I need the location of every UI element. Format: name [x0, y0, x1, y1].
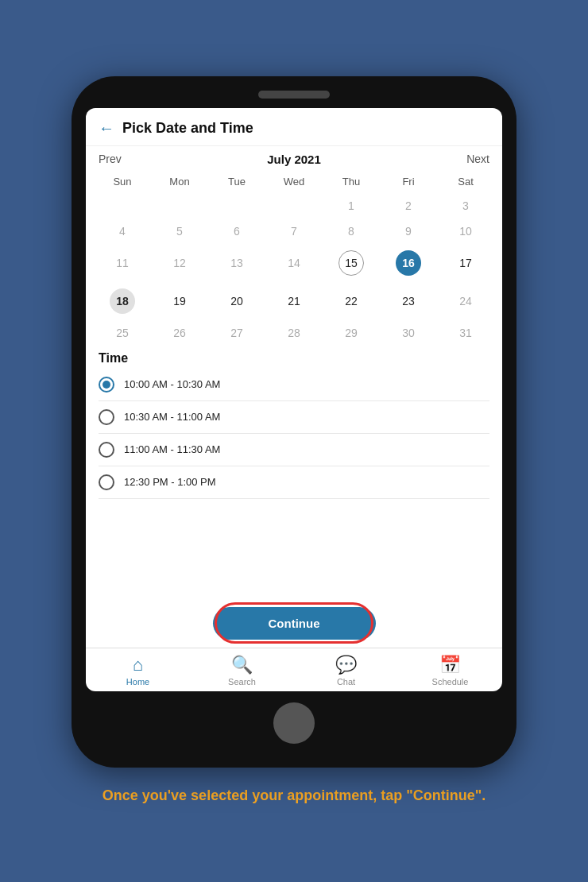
radio-button-3[interactable]	[99, 442, 114, 458]
radio-button-4[interactable]	[99, 474, 114, 490]
calendar-week-1: 1 2 3	[94, 194, 494, 218]
page-title: Pick Date and Time	[122, 120, 253, 137]
nav-schedule[interactable]: 📅 Schedule	[427, 655, 474, 687]
nav-search[interactable]: 🔍 Search	[219, 655, 266, 687]
calendar-week-5: 25 26 27 28 29 30 31	[94, 321, 494, 345]
cal-cell-6[interactable]: 6	[208, 219, 265, 243]
cal-cell-13[interactable]: 13	[208, 245, 265, 281]
cal-cell-23[interactable]: 23	[380, 283, 437, 319]
cal-cell-25[interactable]: 25	[94, 321, 151, 345]
cal-cell-21[interactable]: 21	[265, 283, 323, 319]
phone-screen: ← Pick Date and Time Prev July 2021 Next…	[86, 108, 502, 691]
cal-cell[interactable]	[94, 194, 151, 218]
cal-cell-8[interactable]: 8	[323, 219, 380, 243]
cal-cell-29[interactable]: 29	[323, 321, 380, 345]
continue-wrap: Continue	[86, 599, 502, 648]
day-thu: Thu	[323, 172, 380, 191]
time-slot-3[interactable]: 11:00 AM - 11:30 AM	[99, 434, 489, 466]
cal-cell-14[interactable]: 14	[265, 245, 323, 281]
time-text-3: 11:00 AM - 11:30 AM	[124, 443, 220, 455]
nav-chat-label: Chat	[337, 677, 355, 687]
time-text-4: 12:30 PM - 1:00 PM	[124, 476, 216, 488]
calendar-grid: Sun Mon Tue Wed Thu Fri Sat 1 2 3 4	[86, 172, 502, 346]
radio-button-1[interactable]	[99, 377, 114, 393]
calendar-day-names: Sun Mon Tue Wed Thu Fri Sat	[94, 172, 494, 191]
nav-schedule-label: Schedule	[432, 677, 469, 687]
screen-header: ← Pick Date and Time	[86, 108, 502, 146]
schedule-icon: 📅	[439, 655, 461, 675]
cal-cell[interactable]	[151, 194, 208, 218]
next-month-button[interactable]: Next	[466, 153, 489, 165]
cal-cell-4[interactable]: 4	[94, 219, 151, 243]
time-slot-4[interactable]: 12:30 PM - 1:00 PM	[99, 466, 489, 499]
day-sun: Sun	[94, 172, 151, 191]
cal-cell-20[interactable]: 20	[208, 283, 265, 319]
day-tue: Tue	[208, 172, 265, 191]
cal-cell-10[interactable]: 10	[437, 219, 494, 243]
day-sat: Sat	[437, 172, 494, 191]
phone-device: ← Pick Date and Time Prev July 2021 Next…	[72, 76, 516, 768]
nav-chat[interactable]: 💬 Chat	[323, 655, 370, 687]
nav-home-label: Home	[126, 677, 149, 687]
time-text-2: 10:30 AM - 11:00 AM	[124, 411, 220, 423]
cal-cell-7[interactable]: 7	[265, 219, 323, 243]
back-button[interactable]: ←	[99, 119, 114, 137]
cal-cell-9[interactable]: 9	[380, 219, 437, 243]
time-slot-1[interactable]: 10:00 AM - 10:30 AM	[99, 369, 489, 401]
cal-cell-17[interactable]: 17	[437, 245, 494, 281]
cal-cell-24[interactable]: 24	[437, 283, 494, 319]
cal-cell-3[interactable]: 3	[437, 194, 494, 218]
time-label: Time	[99, 351, 489, 366]
cal-cell-19[interactable]: 19	[151, 283, 208, 319]
cal-cell-12[interactable]: 12	[151, 245, 208, 281]
search-icon: 🔍	[231, 655, 253, 675]
chat-icon: 💬	[335, 655, 357, 675]
cal-cell-15[interactable]: 15	[323, 245, 380, 281]
calendar-week-3: 11 12 13 14 15 16 17	[94, 245, 494, 281]
cal-cell[interactable]	[265, 194, 323, 218]
cal-cell-5[interactable]: 5	[151, 219, 208, 243]
caption-text: Once you've selected your appointment, t…	[87, 785, 501, 807]
cal-cell-27[interactable]: 27	[208, 321, 265, 345]
nav-search-label: Search	[228, 677, 256, 687]
cal-cell-30[interactable]: 30	[380, 321, 437, 345]
day-wed: Wed	[265, 172, 323, 191]
cal-cell-22[interactable]: 22	[323, 283, 380, 319]
cal-cell[interactable]	[208, 194, 265, 218]
cal-cell-28[interactable]: 28	[265, 321, 323, 345]
day-mon: Mon	[151, 172, 208, 191]
calendar-week-2: 4 5 6 7 8 9 10	[94, 219, 494, 243]
cal-cell-26[interactable]: 26	[151, 321, 208, 345]
cal-cell-31[interactable]: 31	[437, 321, 494, 345]
home-button[interactable]	[273, 702, 315, 744]
radio-inner-1	[103, 381, 110, 389]
nav-home[interactable]: ⌂ Home	[114, 655, 162, 687]
cal-cell-2[interactable]: 2	[380, 194, 437, 218]
phone-speaker	[258, 91, 330, 99]
day-fri: Fri	[380, 172, 437, 191]
time-slot-2[interactable]: 10:30 AM - 11:00 AM	[99, 401, 489, 434]
calendar-nav: Prev July 2021 Next	[86, 146, 502, 172]
prev-month-button[interactable]: Prev	[99, 153, 122, 165]
time-section: Time 10:00 AM - 10:30 AM 10:30 AM - 11:0…	[86, 346, 502, 599]
home-icon: ⌂	[133, 655, 143, 675]
bottom-nav: ⌂ Home 🔍 Search 💬 Chat 📅 Schedule	[86, 648, 502, 691]
time-text-1: 10:00 AM - 10:30 AM	[124, 378, 220, 390]
cal-cell-1[interactable]: 1	[323, 194, 380, 218]
radio-button-2[interactable]	[99, 409, 114, 425]
cal-cell-16[interactable]: 16	[380, 245, 437, 281]
calendar-week-4: 18 19 20 21 22 23 24	[94, 283, 494, 319]
cal-cell-11[interactable]: 11	[94, 245, 151, 281]
continue-button[interactable]: Continue	[213, 607, 376, 640]
calendar-month-label: July 2021	[267, 153, 321, 166]
cal-cell-18[interactable]: 18	[94, 283, 151, 319]
